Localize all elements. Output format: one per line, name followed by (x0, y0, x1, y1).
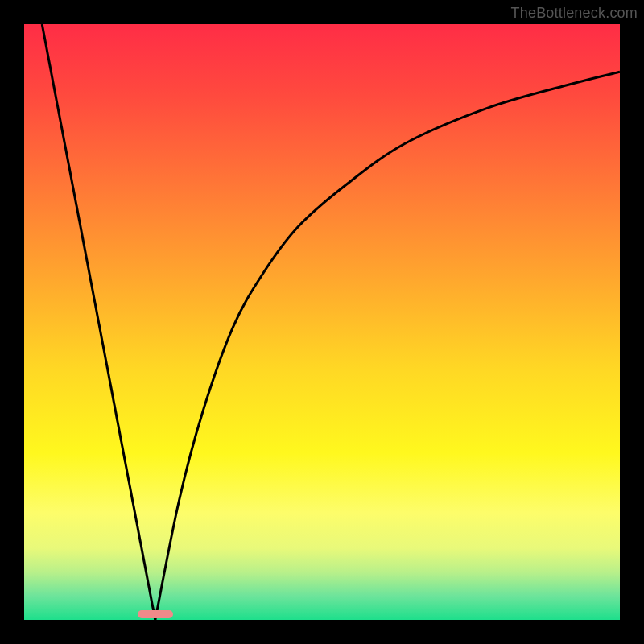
watermark-text: TheBottleneck.com (511, 5, 638, 22)
chart-curves (24, 24, 620, 620)
curve-left (42, 24, 155, 620)
curve-right (155, 72, 620, 620)
chart-plot-area (24, 24, 620, 620)
optimum-indicator (138, 610, 173, 618)
